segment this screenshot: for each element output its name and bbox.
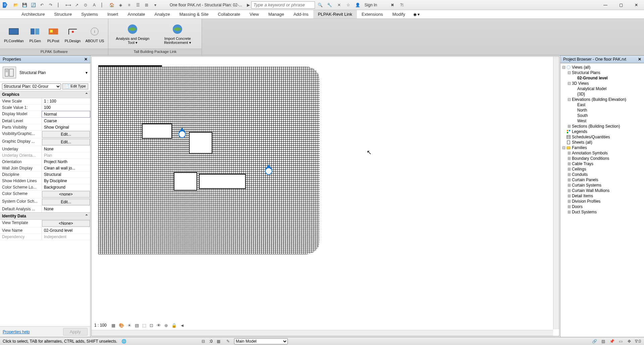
tree-caret-icon[interactable]: ⊟	[567, 81, 571, 86]
property-value[interactable]: Independent	[42, 234, 90, 240]
tab-view[interactable]: View	[245, 10, 264, 18]
tree-caret-icon[interactable]: ⊞	[567, 188, 571, 193]
worksets-icon[interactable]: 🌐	[121, 338, 127, 344]
tab-structure[interactable]: Structure	[49, 10, 76, 18]
property-value[interactable]: Clean all wall jo...	[42, 165, 90, 171]
chevron-down-icon[interactable]: ▾	[86, 70, 88, 75]
tab-modify[interactable]: Modify	[388, 10, 410, 18]
tree-caret-icon[interactable]: ⊞	[567, 151, 571, 155]
tree-caret-icon[interactable]: ⊞	[567, 161, 571, 166]
ribbon-options-icon[interactable]: ◉ ▾	[411, 10, 422, 18]
property-value[interactable]: Background	[42, 184, 90, 190]
analysis-and-design-tool-button[interactable]: Analysis and Design Tool ▾	[111, 22, 154, 46]
section-icon[interactable]: ◈	[116, 1, 125, 9]
tree-item-views-all-[interactable]: ⊟Views (all)	[561, 65, 643, 70]
crop-visible-icon[interactable]: ⊡	[149, 323, 154, 328]
design-options-icon[interactable]: ⊟	[200, 338, 207, 344]
tree-item-3d-views[interactable]: ⊟3D Views	[561, 81, 643, 86]
tree-item-families[interactable]: ⊟Families	[561, 145, 643, 150]
tree-item-sections-building-section-[interactable]: ⊞Sections (Building Section)	[561, 124, 643, 129]
select-links-icon[interactable]: 🔗	[591, 338, 598, 344]
measure-icon[interactable]: ⟷	[64, 1, 72, 9]
nav-left-icon[interactable]: ◄	[179, 323, 185, 328]
tree-item-elevations-building-elevation-[interactable]: ⊟Elevations (Building Elevation)	[561, 97, 643, 102]
tab-plpak-revit-link[interactable]: PLPAK-Revit Link	[313, 10, 357, 18]
tree-item-curtain-systems[interactable]: ⊞Curtain Systems	[561, 183, 643, 188]
property-value[interactable]: None	[42, 146, 90, 152]
tree-caret-icon[interactable]: ⊟	[567, 70, 571, 75]
property-value[interactable]: 02-Ground level	[42, 227, 90, 233]
tree-item-north[interactable]: North	[561, 108, 643, 113]
crop-icon[interactable]: ⬚	[142, 323, 147, 328]
sync-icon[interactable]: 🔄	[29, 1, 38, 9]
select-face-icon[interactable]: ▭	[617, 338, 624, 344]
tree-item-analytical-model[interactable]: Analytical Model	[561, 86, 643, 91]
help-icon[interactable]: ?⃝	[398, 1, 406, 9]
property-value[interactable]: Edit...	[42, 131, 90, 138]
tree-caret-icon[interactable]: ⊞	[567, 178, 571, 182]
property-value[interactable]: Structural	[42, 171, 90, 178]
edit-type-button[interactable]: 📄 Edit Type	[62, 83, 88, 89]
constraints-icon[interactable]: 🔒	[171, 323, 177, 328]
key-icon[interactable]: 🔧	[326, 1, 334, 9]
sun-path-icon[interactable]: ☀	[127, 323, 132, 328]
shadows-icon[interactable]: ▧	[134, 323, 140, 328]
switch-window-icon[interactable]: ⊞	[142, 1, 151, 9]
property-value[interactable]: Show Original	[42, 124, 90, 130]
redo-icon[interactable]: ↷	[46, 1, 55, 9]
property-value[interactable]: Normal	[42, 111, 90, 118]
customize-icon[interactable]: ▾	[151, 1, 160, 9]
property-value[interactable]: Project North	[42, 159, 90, 165]
detail-level-icon[interactable]: ▦	[111, 323, 116, 328]
tree-caret-icon[interactable]: ⊞	[567, 124, 571, 129]
tree-caret-icon[interactable]: ⊞	[567, 167, 571, 171]
align-icon[interactable]: ↗	[72, 1, 81, 9]
filter-selection-icon[interactable]: ∇:0	[635, 338, 641, 344]
tab-extensions[interactable]: Extensions	[357, 10, 388, 18]
application-icon[interactable]	[0, 0, 10, 10]
tab-annotate[interactable]: Annotate	[123, 10, 150, 18]
about-us-button[interactable]: iABOUT US	[84, 24, 105, 44]
undo-icon[interactable]: ↶	[38, 1, 46, 9]
import-concrete-reinforcement-button[interactable]: Import Concrete Reinforcement ▾	[156, 22, 199, 46]
property-group-identity-data[interactable]: Identity Data⌃	[0, 212, 90, 220]
tree-item-duct-systems[interactable]: ⊞Duct Systems	[561, 209, 643, 215]
property-value[interactable]: None	[42, 206, 90, 212]
select-underlay-icon[interactable]: ▨	[600, 338, 606, 344]
project-tree[interactable]: ⊟Views (all)⊟Structural Plans02-Ground l…	[560, 63, 644, 337]
tree-caret-icon[interactable]: ⊞	[567, 156, 571, 161]
property-value[interactable]: Plan	[42, 152, 90, 158]
tree-item-structural-plans[interactable]: ⊟Structural Plans	[561, 70, 643, 75]
tab-insert[interactable]: Insert	[103, 10, 123, 18]
tree-caret-icon[interactable]: ⊞	[567, 194, 571, 198]
favorite-icon[interactable]: ☆	[344, 1, 353, 9]
tree-caret-icon[interactable]: ⊞	[567, 172, 571, 177]
select-pinned-icon[interactable]: 📌	[608, 338, 615, 344]
tab-manage[interactable]: Manage	[264, 10, 289, 18]
section-mark-icon[interactable]	[176, 127, 188, 139]
vertical-scrollbar[interactable]	[553, 57, 559, 329]
hide-icon[interactable]: 👁	[156, 323, 162, 328]
recent-arrow-icon[interactable]: ▶	[246, 3, 251, 7]
apply-button[interactable]: Apply	[63, 328, 88, 336]
tree-item-ceilings[interactable]: ⊞Ceilings	[561, 166, 643, 172]
tree-item-division-profiles[interactable]: ⊞Division Profiles	[561, 199, 643, 204]
tree-item-curtain-wall-mullions[interactable]: ⊞Curtain Wall Mullions	[561, 188, 643, 193]
tree-item--3d-[interactable]: {3D}	[561, 91, 643, 97]
drag-elements-icon[interactable]: ✥	[626, 338, 633, 344]
property-value[interactable]: 100	[42, 105, 90, 111]
collapse-icon[interactable]: ⌃	[85, 92, 88, 97]
drawing-canvas[interactable]: ↖ 1 : 100 ▦ 🎨 ☀ ▧ ⬚ ⊡ 👁 ⊕ 🔒 ◄	[91, 56, 559, 336]
horizontal-scrollbar[interactable]	[92, 330, 553, 336]
app-exchange-icon[interactable]: ✖	[388, 1, 396, 9]
tree-caret-icon[interactable]: ⊟	[562, 145, 566, 150]
close-button[interactable]: ✕	[629, 0, 644, 10]
visual-style-icon[interactable]: 🎨	[118, 323, 125, 328]
tree-caret-icon[interactable]: ⊞	[567, 210, 571, 214]
3d-icon[interactable]: 🏠	[107, 1, 116, 9]
tree-caret-icon[interactable]: ⊟	[567, 97, 571, 102]
property-value[interactable]: By Discipline	[42, 178, 90, 184]
tree-item-legends[interactable]: Legends	[561, 129, 643, 134]
property-value[interactable]: <none>	[42, 191, 90, 198]
filter-icon[interactable]: ▦	[215, 338, 222, 344]
